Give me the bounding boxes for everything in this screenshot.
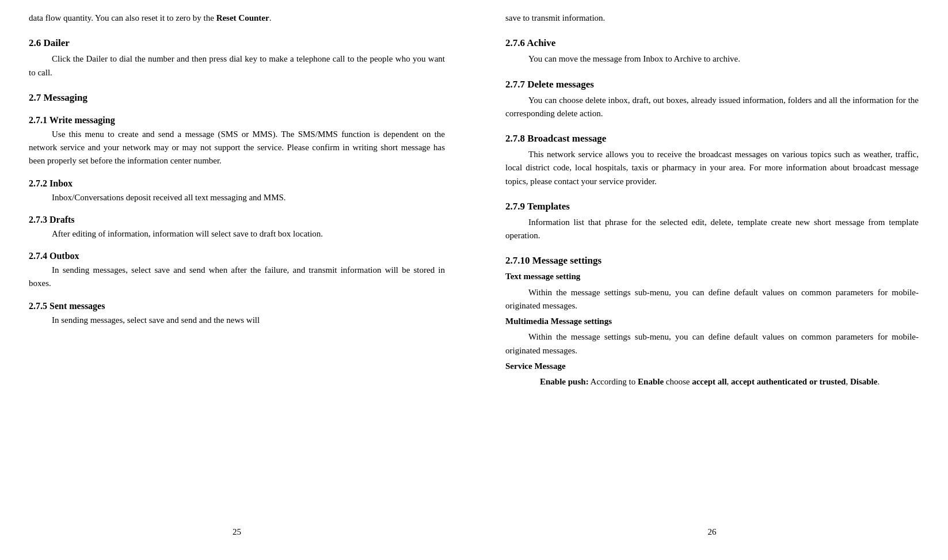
section-2-7-9-heading: 2.7.9 Templates bbox=[505, 201, 919, 212]
intro-paragraph: data flow quantity. You can also reset i… bbox=[29, 12, 445, 25]
section-2-7-9-p1: Information list that phrase for the sel… bbox=[505, 216, 919, 243]
section-2-7-8-heading: 2.7.8 Broadcast message bbox=[505, 133, 919, 144]
comma: , bbox=[727, 377, 732, 386]
section-2-7-5-p1: In sending messages, select save and sen… bbox=[29, 314, 445, 327]
section-2-7-8-p1: This network service allows you to recei… bbox=[505, 148, 919, 188]
enable-bold1: Enable bbox=[638, 377, 664, 386]
enable-push-text1: According to bbox=[589, 377, 638, 386]
left-page-number: 25 bbox=[29, 516, 445, 537]
section-2-7-heading: 2.7 Messaging bbox=[29, 92, 445, 104]
section-2-7-2-p1: Inbox/Conversations deposit received all… bbox=[29, 191, 445, 204]
section-2-7-1-p1: Use this menu to create and send a messa… bbox=[29, 128, 445, 168]
intro-end: . bbox=[269, 13, 272, 22]
section-2-7-6-p1: You can move the message from Inbox to A… bbox=[505, 52, 919, 66]
section-2-7-10-heading: 2.7.10 Message settings bbox=[505, 255, 919, 266]
section-2-7-7-heading: 2.7.7 Delete messages bbox=[505, 79, 919, 90]
intro-text: data flow quantity. You can also reset i… bbox=[29, 13, 214, 22]
section-2-7-4-heading: 2.7.4 Outbox bbox=[29, 251, 445, 261]
text-message-setting-p1: Within the message settings sub-menu, yo… bbox=[505, 286, 919, 313]
comma2: , bbox=[846, 377, 850, 386]
section-2-7-3-p1: After editing of information, informatio… bbox=[29, 227, 445, 241]
section-2-7-6-heading: 2.7.6 Achive bbox=[505, 37, 919, 49]
text-message-setting-label: Text message setting bbox=[505, 270, 919, 283]
section-2-7-4-p1: In sending messages, select save and sen… bbox=[29, 264, 445, 291]
section-2-7-5-heading: 2.7.5 Sent messages bbox=[29, 301, 445, 311]
period: . bbox=[877, 377, 880, 386]
right-intro: save to transmit information. bbox=[505, 12, 919, 25]
right-page: save to transmit information. 2.7.6 Achi… bbox=[474, 0, 947, 560]
reset-counter-bold: Reset Counter bbox=[216, 13, 269, 22]
section-2-6-heading: 2.6 Dailer bbox=[29, 37, 445, 49]
accept-all-bold: accept all bbox=[692, 377, 726, 386]
section-2-7-1-heading: 2.7.1 Write messaging bbox=[29, 115, 445, 125]
left-page: data flow quantity. You can also reset i… bbox=[0, 0, 474, 560]
multimedia-message-setting-label: Multimedia Message settings bbox=[505, 315, 919, 328]
enable-push-paragraph: Enable push: According to Enable choose … bbox=[505, 375, 919, 388]
right-page-number: 26 bbox=[505, 516, 919, 537]
service-message-label: Service Message bbox=[505, 360, 919, 373]
multimedia-message-setting-p1: Within the message settings sub-menu, yo… bbox=[505, 330, 919, 357]
enable-push-text2: choose bbox=[664, 377, 692, 386]
section-2-7-2-heading: 2.7.2 Inbox bbox=[29, 178, 445, 189]
accept-auth-bold: accept authenticated or trusted bbox=[731, 377, 846, 386]
section-2-7-3-heading: 2.7.3 Drafts bbox=[29, 215, 445, 225]
section-2-7-7-p1: You can choose delete inbox, draft, out … bbox=[505, 94, 919, 121]
enable-push-bold: Enable push: bbox=[540, 377, 589, 386]
disable-bold: Disable bbox=[850, 377, 878, 386]
section-2-6-p1: Click the Dailer to dial the number and … bbox=[29, 52, 445, 79]
